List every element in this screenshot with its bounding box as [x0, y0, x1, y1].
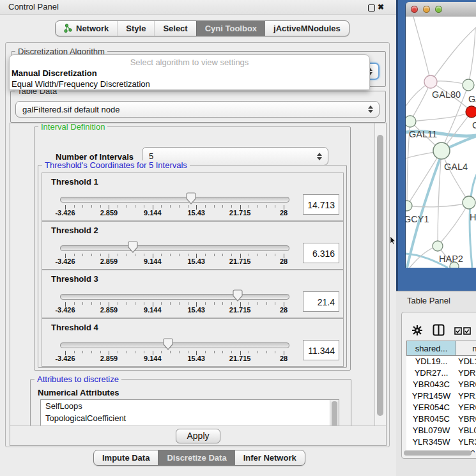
network-edge[interactable] — [431, 27, 476, 82]
tick-mark — [249, 254, 249, 256]
dropdown-option-manual-discretization[interactable]: Manual Discretization — [12, 68, 97, 78]
tick-mark — [257, 205, 258, 208]
numerical-attributes-list: SelfLoopsTopologicalCoefficientBetweenne… — [40, 399, 339, 426]
network-window-titlebar[interactable] — [406, 2, 476, 17]
tick-mark — [100, 302, 101, 305]
tab-style[interactable]: Style — [117, 21, 154, 36]
threshold-2-slider-track[interactable] — [60, 245, 289, 251]
tab-network[interactable]: Network — [56, 21, 117, 36]
checkbox-icon[interactable] — [454, 327, 462, 335]
table-row[interactable]: YBL079WYBL0 — [406, 425, 476, 436]
network-edge[interactable] — [410, 112, 472, 121]
attributes-list-scrollbar-thumb[interactable] — [332, 401, 337, 426]
network-node[interactable] — [433, 241, 443, 251]
table-panel-card: shared... na YDL19...YDL1YDR27...YDR2YBR… — [401, 312, 476, 459]
threshold-3-slider-thumb[interactable] — [233, 289, 243, 302]
table-row[interactable]: YPR145WYPR1 — [406, 390, 476, 402]
threshold-1-value-field[interactable]: 14.713 — [303, 194, 339, 215]
column-header-shared[interactable]: shared... — [406, 341, 456, 356]
threshold-4-slider-thumb[interactable] — [163, 338, 173, 350]
thresholds-legend: Threshold's Coordinates for 5 Intervals — [42, 160, 190, 170]
tick-mark — [100, 351, 101, 353]
tick-mark — [74, 351, 75, 353]
threshold-1-label: Threshold 1 — [51, 177, 98, 187]
settings-scrollbar-thumb[interactable] — [377, 135, 383, 416]
network-edge[interactable] — [468, 28, 475, 85]
close-icon[interactable]: ✖ — [378, 1, 384, 13]
table-row[interactable]: YDL19...YDL1 — [406, 356, 476, 367]
scale-label: 15.43 — [187, 306, 205, 314]
threshold-4-slider-track[interactable] — [60, 342, 289, 348]
tab-jactivemnodules[interactable]: jActiveMNodules — [265, 21, 349, 36]
table-row[interactable]: YER054CYER0 — [406, 402, 476, 413]
cell-name: YLR3 — [456, 436, 476, 448]
threshold-2-slider-thumb[interactable] — [128, 241, 138, 253]
network-node[interactable] — [463, 79, 474, 91]
table-panel: Table Panel shared... na — [396, 291, 476, 476]
tick-mark — [275, 302, 275, 305]
checkbox-icon[interactable] — [463, 327, 471, 335]
split-columns-icon[interactable] — [433, 324, 445, 336]
bottom-tab-impute-data[interactable]: Impute Data — [94, 450, 158, 465]
network-edge[interactable] — [407, 151, 441, 206]
tick-mark — [74, 254, 75, 256]
tick-mark — [257, 254, 258, 256]
threshold-4-value-field[interactable]: 11.344 — [303, 340, 339, 360]
mac-minimize-button[interactable] — [423, 6, 430, 13]
table-data-selected-value: galFiltered.sif default node — [22, 105, 119, 114]
tick-mark — [74, 302, 75, 305]
network-edge[interactable] — [438, 203, 469, 246]
tick-mark — [205, 254, 206, 256]
mac-zoom-button[interactable] — [435, 6, 442, 13]
network-node[interactable] — [424, 75, 437, 88]
thresholds-fieldset: Threshold's Coordinates for 5 Intervals … — [38, 165, 347, 368]
threshold-3-value-field[interactable]: 21.4 — [303, 291, 339, 312]
apply-button[interactable]: Apply — [176, 429, 220, 443]
bottom-tab-discretize-data[interactable]: Discretize Data — [158, 450, 234, 465]
attribute-item-topologicalcoefficient[interactable]: TopologicalCoefficient — [41, 412, 339, 424]
table-row[interactable]: YLR345WYLR3 — [406, 436, 476, 448]
scale-label: 15.43 — [187, 209, 205, 217]
tick-mark — [188, 205, 188, 208]
network-node[interactable] — [463, 196, 475, 209]
tick-mark — [231, 205, 232, 208]
threshold-1-slider-track[interactable] — [60, 197, 289, 203]
float-window-icon[interactable] — [368, 4, 375, 12]
mac-close-button[interactable] — [411, 6, 418, 13]
network-node[interactable] — [406, 116, 416, 127]
threshold-1-slider-thumb[interactable] — [186, 192, 196, 204]
table-row[interactable]: YBR043CYBR0 — [406, 379, 476, 390]
network-node[interactable] — [433, 142, 450, 159]
threshold-2-value-field[interactable]: 6.316 — [303, 243, 339, 263]
table-row[interactable]: YDR27...YDR2 — [406, 367, 476, 379]
tick-mark — [179, 351, 180, 353]
network-canvas[interactable]: GAL80GACGAL11GAL4HGCY1HAP2 — [406, 17, 476, 268]
attributes-list-scrollbar[interactable] — [330, 400, 339, 426]
table-horizontal-scrollbar-thumb[interactable] — [404, 450, 472, 456]
gear-icon[interactable] — [412, 325, 422, 335]
tick-mark — [170, 302, 171, 305]
network-node[interactable] — [406, 201, 412, 211]
settings-vertical-scrollbar[interactable] — [374, 123, 386, 426]
control-panel-title: Control Panel — [8, 0, 59, 14]
attribute-item-selfloops[interactable]: SelfLoops — [41, 400, 339, 412]
network-node[interactable] — [466, 106, 476, 118]
scale-label: 21.715 — [229, 306, 251, 314]
combo-arrows-icon — [368, 105, 373, 113]
table-data-combobox[interactable]: galFiltered.sif default node — [15, 101, 380, 118]
bottom-tab-infer-network[interactable]: Infer Network — [235, 450, 305, 465]
column-header-name[interactable]: na — [456, 341, 476, 356]
tick-mark — [118, 254, 118, 256]
dropdown-option-equal-width-frequency[interactable]: Equal Width/Frequency Discretization — [12, 79, 150, 89]
scale-label: 2.859 — [100, 306, 118, 314]
tick-mark — [144, 254, 144, 256]
table-row[interactable]: YBR045CYBR0 — [406, 413, 476, 425]
threshold-3-slider-track[interactable] — [60, 294, 289, 300]
scale-label: -3.426 — [55, 209, 75, 217]
network-edge[interactable] — [413, 17, 431, 82]
tick-mark — [266, 302, 267, 305]
tab-cyni-toolbox[interactable]: Cyni Toolbox — [196, 21, 265, 36]
cell-shared-name: YBR045C — [406, 413, 456, 425]
slider-thumb-icon — [163, 338, 173, 350]
tab-select[interactable]: Select — [154, 21, 196, 36]
